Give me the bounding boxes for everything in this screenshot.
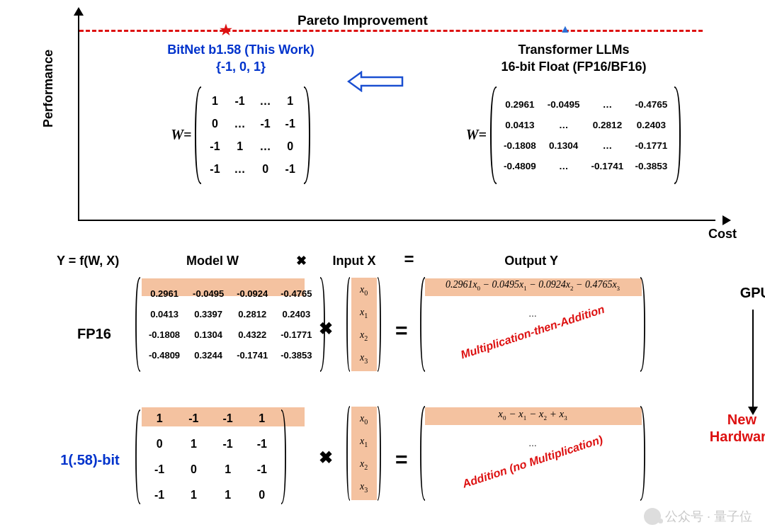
W-prefix: W= — [171, 127, 191, 143]
right-bracket-icon — [639, 276, 646, 373]
right-bracket-icon — [673, 86, 681, 185]
star-marker-icon: ★ — [220, 21, 232, 38]
right-bracket-icon — [639, 405, 646, 502]
left-bracket-icon — [135, 276, 142, 373]
W-prefix: W= — [466, 127, 487, 143]
bit-input-vec: x0x1x2x3 — [346, 405, 382, 502]
fp16-vec-table: x0x1x2x3 — [351, 278, 376, 370]
equation-header: Y = f(W, X) Model W ✖ Input X = Output Y — [57, 249, 751, 269]
hdr-model-w: Model W — [145, 254, 280, 268]
bitnet-set: {-1, 0, 1} — [120, 58, 361, 75]
bitnet-column: BitNet b1.58 (This Work) {-1, 0, 1} W= 1… — [120, 41, 361, 185]
left-bracket-icon — [346, 405, 351, 502]
hdr-times: ✖ — [283, 253, 319, 268]
bitnet-title: BitNet b1.58 (This Work) — [120, 41, 361, 58]
left-bracket-icon — [135, 409, 142, 505]
right-bracket-icon — [376, 405, 382, 502]
transformer-column: Transformer LLMs 16-bit Float (FP16/BF16… — [439, 41, 708, 185]
x-axis-arrow-icon — [722, 215, 731, 225]
wechat-icon — [644, 508, 661, 525]
hdr-output-y: Output Y — [432, 254, 630, 268]
pareto-chart: Performance Cost Pareto Improvement ★ ▲ … — [78, 14, 730, 231]
bit-matrix: 1-1-11 01-1-1 -101-1 -1110 — [135, 405, 287, 509]
fp16-input-vec: x0x1x2x3 — [346, 276, 382, 373]
figure-root: Performance Cost Pareto Improvement ★ ▲ … — [0, 0, 765, 532]
bit-vec-table: x0x1x2x3 — [351, 407, 376, 499]
times-icon: ✖ — [319, 448, 333, 468]
equals-icon: = — [395, 448, 408, 472]
gpu-label: GPU — [740, 285, 765, 301]
right-bracket-icon — [302, 86, 311, 185]
hdr-input-x: Input X — [322, 254, 386, 268]
fp16-label: FP16 — [60, 326, 128, 342]
transformer-title-1: Transformer LLMs — [439, 41, 708, 58]
eq-fwx: Y = f(W, X) — [57, 254, 142, 268]
new-hw-1: New — [727, 412, 756, 427]
fp16-out-formula: 0.2961x0 − 0.0495x1 − 0.0924x2 − 0.4765x… — [426, 276, 639, 295]
pareto-dashed-line — [79, 30, 703, 32]
equation-section: Y = f(W, X) Model W ✖ Input X = Output Y… — [57, 249, 751, 519]
arrow-down-line — [752, 310, 754, 409]
right-bracket-icon — [280, 409, 287, 505]
watermark: 公众号 · 量子位 — [644, 508, 752, 525]
bit-label: 1(.58)-bit — [51, 452, 129, 468]
new-hardware-label: New Hardware — [710, 411, 765, 445]
y-axis — [78, 14, 79, 220]
fp16-matrix-table: 0.2961-0.0495-0.0924-0.4765 0.04130.3397… — [142, 283, 319, 366]
bitnet-matrix: W= 1-1…1 0…-1-1 -11…0 -1…0-1 — [171, 86, 311, 185]
bit-out-formula: x0 − x1 − x2 + x3 — [426, 405, 639, 424]
fp16-output: 0.2961x0 − 0.0495x1 − 0.0924x2 − 0.4765x… — [419, 276, 646, 373]
triangle-marker-icon: ▲ — [560, 23, 571, 35]
new-hw-2: Hardware — [710, 429, 765, 444]
times-icon: ✖ — [319, 319, 333, 339]
left-bracket-icon — [194, 86, 203, 185]
bitnet-matrix-table: 1-1…1 0…-1-1 -11…0 -1…0-1 — [203, 90, 302, 181]
x-axis — [78, 220, 715, 221]
hdr-equals: = — [390, 249, 429, 269]
watermark-text: 公众号 · 量子位 — [665, 508, 752, 525]
left-bracket-icon — [346, 276, 351, 373]
equals-icon: = — [395, 319, 408, 343]
bit-output: x0 − x1 − x2 + x3 … Addition (no Multipl… — [419, 405, 646, 502]
bit-row: 1(.58)-bit 1-1-11 01-1-1 -101-1 -1110 ✖ — [57, 405, 751, 519]
bit-matrix-table: 1-1-11 01-1-1 -101-1 -1110 — [142, 405, 280, 509]
left-bracket-icon — [419, 405, 426, 502]
y-axis-arrow-icon — [74, 7, 84, 16]
x-axis-label: Cost — [708, 227, 737, 242]
left-bracket-icon — [419, 276, 426, 373]
transformer-title-2: 16-bit Float (FP16/BF16) — [439, 58, 708, 75]
right-bracket-icon — [376, 276, 382, 373]
fp16-matrix: 0.2961-0.0495-0.0924-0.4765 0.04130.3397… — [135, 276, 326, 373]
fp16-row: FP16 0.2961-0.0495-0.0924-0.4765 0.04130… — [57, 276, 751, 390]
chart-title: Pareto Improvement — [298, 13, 428, 28]
left-bracket-icon — [489, 86, 498, 185]
y-axis-label: Performance — [41, 50, 56, 128]
transformer-matrix: W= 0.2961-0.0495…-0.4765 0.0413…0.28120.… — [466, 86, 681, 185]
transformer-matrix-table: 0.2961-0.0495…-0.4765 0.0413…0.28120.240… — [498, 94, 673, 176]
